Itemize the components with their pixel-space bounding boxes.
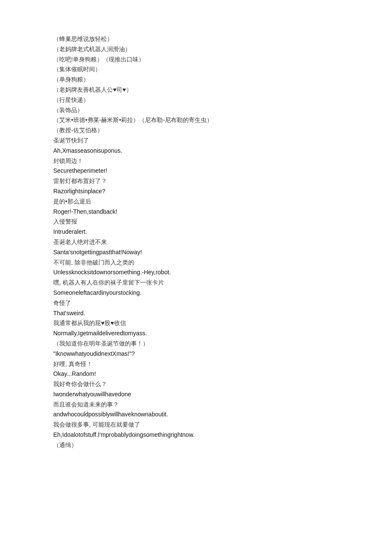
subtitle-line-24: 嘿, 机器人有人在你的袜子里留下一张卡片 (53, 278, 339, 288)
subtitle-line-8: （艾米•班德•弗莱-赫米斯•莉拉）（尼布勒-尼布勒的寄生虫） (53, 115, 339, 125)
subtitle-line-10: 圣诞节快到了 (53, 136, 339, 146)
subtitle-line-39: Eh,Idoalotofstuff.I'mprobablydoingsometh… (53, 430, 339, 440)
subtitle-line-21: Santa'snotgettingpastthat!Noway! (53, 247, 339, 258)
subtitle-line-4: （单身狗粮） (53, 75, 339, 85)
subtitle-line-17: Roger!-Then,standback! (53, 207, 339, 217)
subtitle-line-7: （装饰品） (53, 105, 339, 116)
subtitle-line-34: 我好奇你会做什么？ (53, 379, 339, 389)
subtitle-line-35: Iwonderwhatyouwillhavedone (53, 389, 339, 400)
subtitle-content: （蜂巢思维说放轻松）（老妈牌老式机器人润滑油）（吃吧!单身狗粮）（现推出口味）（… (53, 34, 339, 450)
subtitle-line-28: 我通常都从我的屁♥股♥收信 (53, 318, 339, 328)
subtitle-line-23: Unlessknocksitdownorsomething.-Hey,robot… (53, 267, 339, 278)
subtitle-line-11: Ah,Xmasseasonisuponus. (53, 146, 339, 156)
subtitle-line-14: 雷射灯都布置好了？ (53, 176, 339, 186)
subtitle-line-22: 不可能, 除非他破门而入之类的 (53, 258, 339, 268)
subtitle-line-38: 我会做很多事, 可能现在就要做了 (53, 420, 339, 430)
subtitle-line-27: That'sweird. (53, 308, 339, 319)
subtitle-line-36: 而且谁会知道未来的事？ (53, 400, 339, 410)
subtitle-line-25: Someoneleftacardinyourstocking. (53, 288, 339, 298)
subtitle-line-15: Razorlightsinplace? (53, 186, 339, 197)
subtitle-line-18: 入侵警报 (53, 217, 339, 227)
subtitle-line-3: （集体催眠时间） (53, 64, 339, 75)
subtitle-line-31: "IknowwhatyoudidnextXmas!"? (53, 349, 339, 359)
subtitle-line-0: （蜂巢思维说放轻松） (53, 34, 339, 44)
subtitle-line-40: （通缉） (53, 440, 339, 450)
subtitle-line-13: Securetheperimeter! (53, 166, 339, 176)
subtitle-line-16: 是的•那么退后 (53, 197, 339, 207)
subtitle-line-33: Okay...Random! (53, 369, 339, 379)
subtitle-line-30: （我知道你在明年圣诞节做的事！） (53, 339, 339, 349)
subtitle-line-6: （行星快递） (53, 95, 339, 105)
subtitle-line-19: Intruderalert. (53, 227, 339, 237)
subtitle-line-20: 圣诞老人绝对进不来 (53, 237, 339, 247)
subtitle-line-1: （老妈牌老式机器人润滑油） (53, 44, 339, 55)
subtitle-line-5: （老妈牌友善机器人公♥司♥） (53, 85, 339, 95)
subtitle-line-29: Normally,Igetmaildeliveredtomyass. (53, 328, 339, 339)
subtitle-line-37: andwhocouldpossiblywillhaveknownaboutit. (53, 410, 339, 420)
subtitle-line-2: （吃吧!单身狗粮）（现推出口味） (53, 55, 339, 65)
subtitle-line-32: 好哩, 真奇怪！ (53, 359, 339, 369)
subtitle-line-26: 奇怪了 (53, 298, 339, 308)
subtitle-line-12: 封锁周边！ (53, 156, 339, 166)
subtitle-line-9: （教授-佐艾伯格） (53, 125, 339, 136)
